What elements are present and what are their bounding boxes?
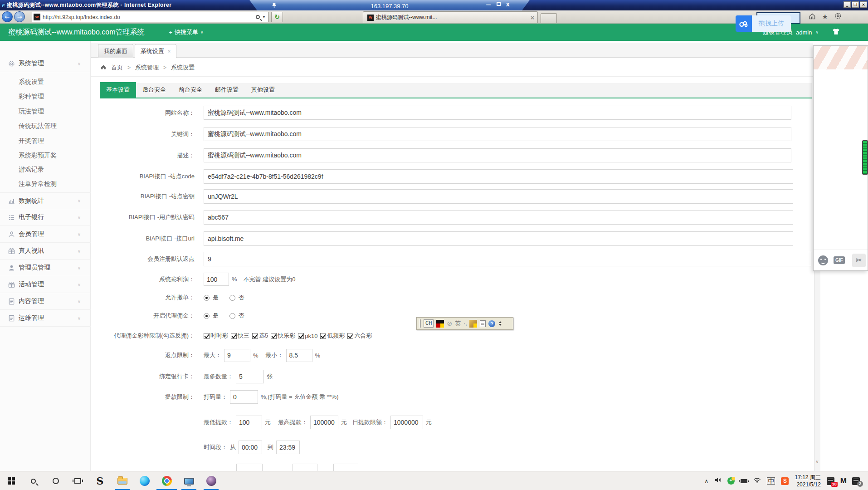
default-password-input[interactable] [204, 210, 793, 225]
ime-lang-button[interactable]: CH [424, 319, 434, 328]
window-maximize-button[interactable]: ❐ [852, 1, 859, 8]
close-icon[interactable]: × [168, 49, 171, 54]
time-from-input[interactable] [239, 441, 262, 454]
partial-input[interactable] [333, 464, 358, 471]
sidebar-group-ops[interactable]: 运维管理 ∨ [0, 310, 91, 327]
sidebar-item-system-settings[interactable]: 系统设置 [0, 74, 91, 89]
forward-button[interactable]: → [14, 11, 25, 22]
ime-softkeyboard-icon[interactable] [469, 320, 477, 328]
checkbox-klc[interactable]: 快乐彩 [271, 332, 295, 340]
breadcrumb-home[interactable]: 首页 [111, 64, 123, 72]
sidebar-group-ebank[interactable]: 电子银行 ∨ [0, 209, 91, 226]
emoji-icon[interactable] [818, 255, 828, 265]
rebate-max-input[interactable] [224, 349, 250, 362]
m-app-icon[interactable]: M [840, 476, 846, 485]
sidebar-item-predraw[interactable]: 系统彩预开奖 [0, 148, 91, 162]
checkbox-pk10[interactable]: pk10 [298, 333, 317, 339]
rdp-minimize-button[interactable]: — [486, 2, 491, 8]
site-name-input[interactable] [204, 106, 791, 120]
url-text[interactable]: http://ht.92sp.top/Index.index.do [43, 14, 120, 20]
tab-mail-settings[interactable]: 邮件设置 [209, 82, 245, 98]
ime-punct-button[interactable]: ·, [463, 320, 467, 327]
breadcrumb-level2[interactable]: 系统设置 [171, 64, 195, 72]
back-button[interactable]: ← [2, 11, 13, 22]
sidebar-group-statistics[interactable]: 数据统计 ∨ [0, 192, 91, 209]
sidebar-item-draw-mgmt[interactable]: 开奖管理 [0, 133, 91, 148]
tab-backend-security[interactable]: 后台安全 [136, 82, 172, 98]
refresh-button[interactable]: ↻ [271, 12, 283, 22]
site-key-input[interactable] [204, 189, 793, 204]
settings-gear-icon[interactable] [834, 12, 842, 21]
power-icon[interactable] [741, 479, 747, 483]
avatar-app-button[interactable] [200, 471, 222, 490]
start-button[interactable] [0, 471, 22, 490]
sidebar-item-traditional-play[interactable]: 传统玩法管理 [0, 118, 91, 133]
sidebar-group-live-video[interactable]: 真人视讯 ∨ [0, 243, 91, 260]
radio-no[interactable]: 否 [229, 294, 244, 302]
partial-input[interactable] [293, 464, 317, 471]
taskbar-clock[interactable]: 17:12 周三 2021/5/12 [795, 474, 820, 488]
tab-frontend-security[interactable]: 前台安全 [172, 82, 209, 98]
action-center-icon[interactable]: 2 [852, 477, 860, 485]
home-icon[interactable] [809, 13, 816, 21]
gif-icon[interactable]: GIF [834, 256, 845, 264]
partial-input[interactable] [236, 464, 263, 471]
sidebar-group-admins[interactable]: 管理员管理 ∨ [0, 260, 91, 276]
ime-help-icon[interactable]: ? [488, 320, 495, 327]
checkbox-ssc[interactable]: 时时彩 [204, 332, 228, 340]
rebate-min-input[interactable] [286, 349, 312, 362]
radio-no[interactable]: 否 [229, 312, 244, 320]
keywords-input[interactable] [204, 127, 791, 141]
notification-icon[interactable]: 10 [827, 477, 834, 485]
remote-desktop-button[interactable] [178, 471, 200, 490]
rdp-restore-button[interactable] [497, 2, 501, 6]
checkbox-lhc[interactable]: 六合彩 [347, 332, 372, 340]
rdp-close-button[interactable]: X [506, 2, 510, 8]
sidebar-item-lottery-mgmt[interactable]: 彩种管理 [0, 89, 91, 103]
screenshot-scissors-icon[interactable]: ✂ [852, 254, 866, 267]
time-to-input[interactable] [276, 441, 300, 454]
bank-card-max-input[interactable] [236, 370, 264, 383]
max-withdraw-input[interactable] [310, 416, 338, 429]
baidu-upload-badge[interactable]: 拖拽上传 [736, 15, 791, 32]
breadcrumb-level1[interactable]: 系统管理 [135, 64, 159, 72]
tab-system-settings[interactable]: 系统设置 × [135, 44, 176, 58]
ime-options-icon[interactable] [499, 321, 502, 326]
checkbox-dpc[interactable]: 低频彩 [320, 332, 345, 340]
tab-my-desktop[interactable]: 我的桌面 [98, 44, 133, 58]
sidebar-group-activities[interactable]: 活动管理 ∨ [0, 276, 91, 293]
scroll-down-icon[interactable]: ∨ [814, 457, 820, 467]
address-bar[interactable]: W http://ht.92sp.top/Index.index.do ▼ [32, 12, 268, 22]
cortana-button[interactable] [44, 471, 67, 490]
window-minimize-button[interactable]: _ [844, 1, 851, 8]
api-url-input[interactable] [204, 231, 793, 246]
task-view-button[interactable] [67, 471, 89, 490]
favorites-star-icon[interactable]: ★ [822, 13, 828, 21]
sidebar-item-play-mgmt[interactable]: 玩法管理 [0, 104, 91, 118]
quick-menu-button[interactable]: + 快捷菜单 ∨ [169, 28, 203, 36]
ime-language-bar[interactable]: CH ⊘ 英 ·, ? [416, 317, 513, 330]
tab-basic-settings[interactable]: 基本设置 [100, 82, 136, 98]
checkbox-k3[interactable]: 快三 [231, 332, 249, 340]
radio-yes[interactable]: 是 [204, 312, 219, 320]
ime-prohibit-icon[interactable]: ⊘ [447, 320, 452, 327]
sidebar-group-system[interactable]: 系统管理 ∨ [0, 55, 91, 72]
wifi-icon[interactable] [753, 477, 761, 485]
chrome-button[interactable] [156, 471, 178, 490]
ime-mspy-icon[interactable] [436, 320, 444, 328]
theme-shirt-icon[interactable] [832, 28, 840, 36]
app-s-button[interactable]: S [89, 471, 111, 490]
ime-english-button[interactable]: 英 [455, 319, 461, 328]
sidebar-item-bet-anomaly[interactable]: 注单异常检测 [0, 176, 91, 191]
daily-limit-input[interactable] [390, 416, 423, 429]
sidebar-item-game-records[interactable]: 游戏记录 [0, 162, 91, 176]
search-icon[interactable] [256, 15, 260, 19]
tab-close-icon[interactable]: × [530, 15, 535, 21]
ime-language-indicator[interactable]: 中 [767, 477, 775, 485]
ime-wordbank-icon[interactable] [480, 320, 486, 327]
min-withdraw-input[interactable] [236, 416, 262, 429]
ime-grip[interactable] [419, 319, 421, 328]
sogou-ime-icon[interactable]: S [781, 477, 789, 485]
profit-input[interactable] [204, 273, 229, 286]
taskbar-search-button[interactable] [22, 471, 44, 490]
